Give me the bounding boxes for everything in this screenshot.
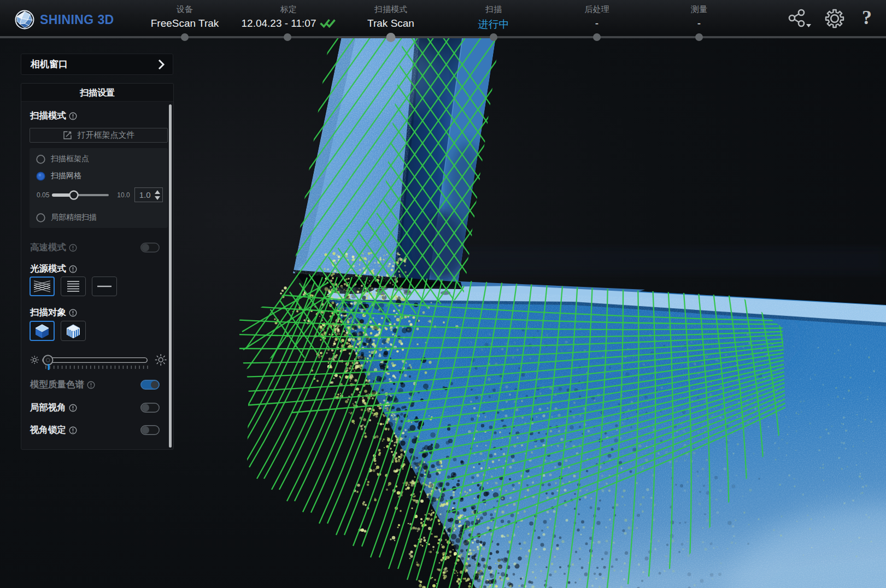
svg-text:?: ? [862, 8, 872, 28]
